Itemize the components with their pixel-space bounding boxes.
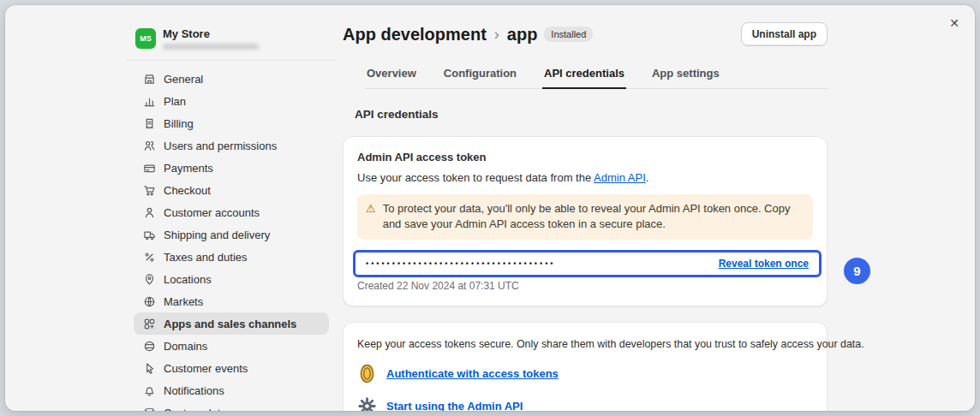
sidebar-item-checkout[interactable]: Checkout	[134, 179, 329, 201]
store-avatar: MS	[135, 28, 156, 49]
store-url-redacted	[163, 44, 259, 50]
sidebar-item-label: Checkout	[164, 184, 211, 197]
sidebar-item-label: Markets	[164, 295, 203, 308]
token-created-text: Created 22 Nov 2024 at 07:31 UTC	[357, 280, 813, 292]
apps-icon	[142, 317, 156, 330]
tab-app-settings[interactable]: App settings	[650, 62, 721, 89]
domains-icon	[142, 339, 156, 353]
person-icon	[142, 205, 156, 219]
globe-icon	[142, 294, 156, 308]
sidebar-item-payments[interactable]: Payments	[134, 157, 329, 179]
link-authenticate-with-access-tokens[interactable]: Authenticate with access tokens	[386, 367, 559, 380]
masked-token: ••••••••••••••••••••••••••••••••••••	[366, 259, 555, 268]
store-header: MS My Store	[127, 14, 336, 58]
sidebar-item-label: Taxes and duties	[164, 251, 248, 264]
sidebar-item-label: Domains	[164, 340, 207, 353]
payments-icon	[142, 161, 156, 175]
tab-api-credentials[interactable]: API credentials	[542, 62, 626, 89]
cart-icon	[142, 183, 156, 197]
sidebar-item-users-and-permissions[interactable]: Users and permissions	[134, 134, 329, 157]
sidebar-item-notifications[interactable]: Notifications	[134, 379, 329, 401]
description-text: Use your access token to request data fr…	[357, 171, 594, 184]
sidebar-item-label: Users and permissions	[164, 140, 277, 152]
reveal-token-link[interactable]: Reveal token once	[719, 258, 809, 270]
tab-bar: OverviewConfigurationAPI credentialsApp …	[365, 62, 828, 89]
sidebar-item-label: Notifications	[164, 384, 224, 397]
security-links: Authenticate with access tokensStart usi…	[357, 364, 813, 411]
token-badge-icon	[357, 364, 376, 383]
security-link-row: Start using the Admin API	[357, 396, 813, 411]
main-content: App development › app Installed Uninstal…	[343, 21, 828, 411]
sidebar-item-shipping-and-delivery[interactable]: Shipping and delivery	[134, 223, 329, 246]
sidebar-item-domains[interactable]: Domains	[134, 335, 329, 357]
users-icon	[142, 139, 156, 152]
breadcrumb-bar: App development › app Installed	[343, 25, 593, 45]
warning-icon: ⚠	[366, 201, 376, 217]
description-text-end: .	[646, 171, 649, 184]
sidebar-item-customer-accounts[interactable]: Customer accounts	[134, 201, 329, 223]
sidebar-item-locations[interactable]: Locations	[134, 268, 329, 290]
installed-badge: Installed	[544, 27, 593, 42]
token-card-title: Admin API access token	[357, 151, 813, 163]
store-meta: My Store	[163, 27, 259, 50]
uninstall-app-button[interactable]: Uninstall app	[741, 22, 828, 46]
warning-text: To protect your data, you'll only be abl…	[383, 201, 804, 232]
data-icon	[142, 406, 156, 411]
chevron-right-icon: ›	[493, 26, 500, 44]
security-link-row: Authenticate with access tokens	[357, 364, 813, 384]
breadcrumb-app-development[interactable]: App development	[343, 25, 487, 45]
admin-api-link[interactable]: Admin API	[594, 171, 646, 184]
billing-icon	[142, 116, 156, 130]
token-card-description: Use your access token to request data fr…	[357, 170, 813, 186]
sidebar-item-label: Shipping and delivery	[164, 229, 270, 241]
tax-icon	[142, 250, 156, 264]
security-intro-text: Keep your access tokens secure. Only sha…	[357, 337, 813, 352]
sidebar-item-label: Billing	[164, 117, 194, 130]
token-field-highlight: •••••••••••••••••••••••••••••••••••• Rev…	[353, 250, 822, 277]
truck-icon	[142, 228, 156, 241]
sidebar-item-label: Apps and sales channels	[164, 318, 296, 330]
admin-api-token-card: Admin API access token Use your access t…	[343, 136, 828, 306]
sidebar-divider	[127, 60, 336, 61]
tab-configuration[interactable]: Configuration	[442, 62, 518, 89]
sidebar-item-custom-data[interactable]: Custom data	[134, 401, 329, 411]
sidebar-item-apps-and-sales-channels[interactable]: Apps and sales channels	[134, 312, 329, 335]
section-title: API credentials	[355, 108, 828, 121]
sidebar-item-general[interactable]: General	[134, 68, 329, 90]
sidebar-item-label: General	[164, 73, 203, 86]
sidebar-item-customer-events[interactable]: Customer events	[134, 357, 329, 379]
token-security-card: Keep your access tokens secure. Only sha…	[343, 322, 828, 411]
store-name: My Store	[163, 27, 259, 40]
sidebar-item-markets[interactable]: Markets	[134, 290, 329, 312]
close-icon[interactable]: ✕	[946, 14, 963, 33]
chart-icon	[142, 94, 156, 108]
tab-overview[interactable]: Overview	[365, 62, 418, 89]
sidebar-item-taxes-and-duties[interactable]: Taxes and duties	[134, 246, 329, 268]
store-icon	[142, 72, 156, 86]
annotation-step-9: 9	[844, 258, 870, 284]
sidebar-item-label: Locations	[164, 273, 212, 286]
sidebar-item-label: Customer accounts	[164, 206, 260, 219]
page-header: App development › app Installed Uninstal…	[343, 21, 828, 48]
pin-icon	[142, 272, 156, 286]
settings-modal: ✕ MS My Store GeneralPlanBillingUsers an…	[5, 5, 975, 411]
sidebar-item-billing[interactable]: Billing	[134, 112, 329, 134]
gear-icon	[357, 397, 376, 411]
cursor-icon	[142, 361, 156, 375]
sidebar-item-label: Payments	[164, 162, 213, 175]
screen: ✕ MS My Store GeneralPlanBillingUsers an…	[0, 0, 980, 416]
warning-banner: ⚠ To protect your data, you'll only be a…	[357, 194, 813, 239]
sidebar-item-label: Plan	[164, 95, 186, 108]
sidebar-item-label: Customer events	[164, 362, 248, 375]
sidebar-item-plan[interactable]: Plan	[134, 90, 329, 112]
sidebar: MS My Store GeneralPlanBillingUsers and …	[127, 14, 336, 411]
page-title: app	[507, 25, 538, 45]
sidebar-item-label: Custom data	[164, 407, 227, 412]
settings-nav: GeneralPlanBillingUsers and permissionsP…	[127, 68, 336, 411]
bell-icon	[142, 383, 156, 397]
link-start-using-the-admin-api[interactable]: Start using the Admin API	[386, 400, 523, 411]
